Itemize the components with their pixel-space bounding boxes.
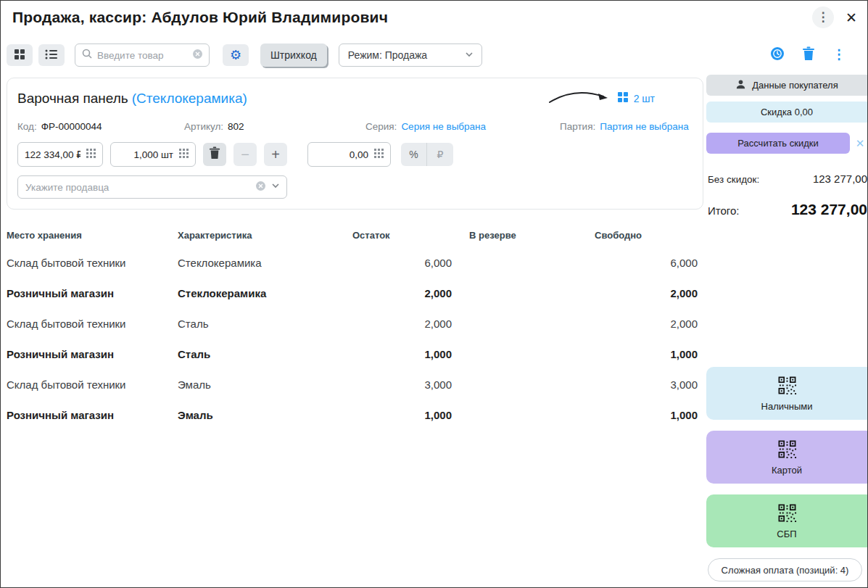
- qr-code-icon: [777, 503, 797, 525]
- curved-arrow-icon: [548, 88, 612, 109]
- cell-stock: 1,000: [348, 409, 460, 421]
- price-field: [17, 142, 103, 167]
- cell-stock: 6,000: [348, 257, 460, 269]
- calculate-discounts-button[interactable]: Рассчитать скидки: [706, 133, 850, 154]
- settings-button[interactable]: ⚙: [223, 44, 249, 66]
- history-button[interactable]: [770, 46, 785, 63]
- manual-discount-field: [307, 142, 391, 167]
- product-variant-link[interactable]: (Стеклокерамика): [132, 91, 247, 107]
- search-clear-icon[interactable]: [192, 49, 203, 62]
- col-header-characteristic: Характеристика: [178, 230, 348, 241]
- cell-stock: 1,000: [348, 348, 460, 360]
- cell-warehouse: Розничный магазин: [7, 348, 178, 360]
- cell-stock: 3,000: [348, 378, 460, 391]
- page-title: Продажа, кассир: Абдулов Юрий Владимиров…: [12, 9, 388, 26]
- product-card: Варочная панель (Стеклокерамика) 2 шт Ко…: [7, 78, 703, 210]
- mode-select-value: Режим: Продажа: [348, 49, 427, 61]
- manual-discount-input[interactable]: [315, 149, 368, 160]
- stock-table-header: Место хранения Характеристика Остаток В …: [7, 223, 706, 247]
- col-header-reserved: В резерве: [460, 230, 595, 241]
- gear-icon: ⚙: [230, 48, 241, 62]
- customer-data-label: Данные покупателя: [752, 80, 838, 91]
- pay-card-button[interactable]: Картой: [706, 431, 867, 484]
- batch-link[interactable]: Партия не выбрана: [600, 121, 689, 132]
- table-row[interactable]: Склад бытовой техники Сталь 2,000 2,000: [7, 308, 706, 339]
- total-label: Итого:: [708, 204, 739, 217]
- col-header-free: Свободно: [595, 230, 706, 241]
- percent-toggle-button[interactable]: %: [401, 143, 427, 166]
- article-label: Артикул:: [184, 121, 223, 132]
- barcode-button[interactable]: Штрихкод: [260, 44, 327, 67]
- keypad-icon[interactable]: [179, 148, 189, 161]
- subtotal-label: Без скидок:: [708, 174, 759, 185]
- table-row[interactable]: Склад бытовой техники Эмаль 3,000 3,000: [7, 369, 706, 399]
- list-view-button[interactable]: [38, 44, 65, 66]
- clock-icon: [770, 46, 785, 63]
- table-row[interactable]: Розничный магазин Сталь 1,000 1,000: [7, 339, 706, 369]
- customer-data-button[interactable]: Данные покупателя: [706, 75, 867, 96]
- article-value: 802: [228, 121, 244, 132]
- cell-stock: 2,000: [348, 287, 460, 299]
- cell-free: 6,000: [595, 257, 706, 269]
- search-input[interactable]: [97, 50, 188, 61]
- pay-sbp-label: СБП: [777, 529, 796, 539]
- discount-button[interactable]: Скидка 0,00: [706, 102, 867, 123]
- batch-label: Партия:: [560, 121, 595, 132]
- delete-line-button[interactable]: [203, 143, 226, 166]
- pay-sbp-button[interactable]: СБП: [706, 494, 867, 547]
- series-link[interactable]: Серия не выбрана: [401, 121, 486, 132]
- checkout-sidebar: ⋮ Данные покупателя Скидка 0,00 Рассчита…: [706, 34, 867, 587]
- keypad-icon[interactable]: [86, 148, 96, 161]
- grid-view-button[interactable]: [7, 44, 33, 66]
- chevron-down-icon: [270, 181, 281, 194]
- cell-free: 2,000: [595, 287, 706, 299]
- cell-characteristic: Стеклокерамика: [178, 257, 348, 269]
- cell-free: 2,000: [595, 318, 706, 330]
- table-row[interactable]: Розничный магазин Стеклокерамика 2,000 2…: [7, 278, 706, 308]
- seller-select: [17, 175, 287, 199]
- main-area: ⚙ Штрихкод Режим: Продажа Варочная панел…: [1, 34, 706, 587]
- complex-payment-button[interactable]: Сложная оплата (позиций: 4): [708, 558, 862, 581]
- chevron-down-icon: [464, 49, 474, 62]
- ruble-toggle-button[interactable]: ₽: [427, 143, 453, 166]
- cell-characteristic: Стеклокерамика: [178, 287, 348, 299]
- cell-free: 3,000: [595, 378, 706, 391]
- col-header-warehouse: Место хранения: [7, 230, 178, 241]
- code-value: ФР-00000044: [41, 121, 102, 132]
- plus-icon: +: [271, 146, 280, 163]
- calc-close-icon[interactable]: ✕: [853, 137, 867, 150]
- pay-cash-button[interactable]: Наличными: [706, 367, 867, 420]
- table-row[interactable]: Розничный магазин Эмаль 1,000 1,000: [7, 399, 706, 430]
- quantity-input[interactable]: [117, 149, 173, 160]
- minus-icon: −: [241, 146, 249, 163]
- mode-select[interactable]: Режим: Продажа: [339, 44, 482, 67]
- col-header-stock: Остаток: [348, 230, 460, 241]
- product-details: Код:ФР-00000044 Артикул:802 Серия:Серия …: [17, 121, 693, 132]
- cell-characteristic: Сталь: [178, 318, 348, 330]
- seller-input[interactable]: [25, 182, 251, 193]
- window-close-button[interactable]: ✕: [846, 9, 857, 26]
- toolbar: ⚙ Штрихкод Режим: Продажа: [7, 34, 706, 76]
- code-label: Код:: [17, 121, 37, 132]
- sidebar-menu-button[interactable]: ⋮: [832, 48, 846, 61]
- price-input[interactable]: [25, 149, 80, 160]
- stock-table: Место хранения Характеристика Остаток В …: [7, 223, 706, 430]
- series-label: Серия:: [365, 121, 397, 132]
- trash-icon: [209, 146, 220, 163]
- cell-characteristic: Эмаль: [178, 409, 348, 421]
- clear-receipt-button[interactable]: [802, 46, 815, 63]
- stock-grid-icon: [617, 91, 629, 106]
- seller-clear-icon[interactable]: [255, 181, 266, 194]
- window-menu-button[interactable]: ⋮: [812, 7, 834, 28]
- qty-increase-button[interactable]: +: [264, 143, 287, 166]
- stock-qty-badge[interactable]: 2 шт: [634, 93, 655, 104]
- list-icon: [45, 49, 58, 62]
- qty-decrease-button[interactable]: −: [233, 143, 257, 166]
- pay-card-label: Картой: [772, 465, 802, 476]
- table-row[interactable]: Склад бытовой техники Стеклокерамика 6,0…: [7, 247, 706, 278]
- line-edit-row: − + % ₽: [17, 142, 693, 167]
- cell-free: 1,000: [595, 348, 706, 360]
- person-icon: [735, 79, 746, 92]
- keypad-icon[interactable]: [374, 148, 384, 161]
- cell-warehouse: Склад бытовой техники: [7, 318, 178, 330]
